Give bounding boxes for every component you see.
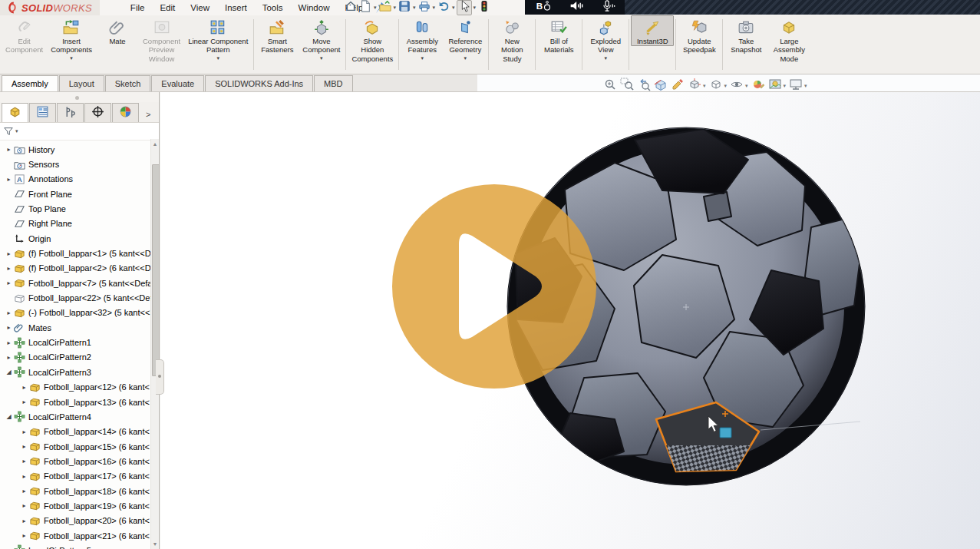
instant3d-button[interactable]: Instant3D (631, 15, 674, 46)
panel-tab-configurationmanager[interactable] (57, 103, 84, 122)
show-hidden-components-button[interactable]: ShowHiddenComponents (348, 15, 397, 63)
tree-item[interactable]: ▸LocalCirPattern2 (0, 350, 150, 365)
tree-item[interactable]: ▸Fotboll_lappar<20> (6 kant< (0, 514, 150, 528)
tree-item[interactable]: ◢LocalCirPattern3 (0, 365, 150, 379)
collapsed-arrow[interactable]: ▸ (19, 502, 29, 509)
collapsed-arrow[interactable]: ▸ (4, 176, 14, 183)
collapsed-arrow[interactable]: ▸ (4, 250, 14, 257)
tree-item[interactable]: ▸(f) Fotboll_lappar<1> (5 kant<<D (0, 246, 150, 260)
tree-item[interactable]: ▸Fotboll_lappar<18> (6 kant< (0, 484, 150, 498)
new-doc-button[interactable] (358, 1, 372, 15)
home-button[interactable] (344, 1, 358, 15)
menu-insert[interactable]: Insert (217, 0, 255, 15)
tab-evaluate[interactable]: Evaluate (151, 75, 204, 91)
tree-item[interactable]: ▸LocalCirPattern5 (0, 543, 150, 549)
speaker-icon[interactable] (569, 0, 585, 15)
collapsed-arrow[interactable]: ▸ (4, 279, 14, 286)
menu-file[interactable]: File (123, 0, 153, 15)
tree-item[interactable]: ▸AAnnotations (0, 172, 150, 187)
linear-component-pattern-button[interactable]: Linear ComponentPattern▾ (184, 15, 252, 61)
dropdown-caret[interactable]: ▾ (433, 5, 436, 11)
collapsed-arrow[interactable]: ▸ (19, 473, 29, 480)
mate-button[interactable]: Mate (96, 15, 139, 45)
dropdown-caret[interactable]: ▾ (464, 55, 467, 61)
dropdown-caret[interactable]: ▾ (784, 83, 787, 89)
dropdown-caret[interactable]: ▾ (724, 83, 728, 89)
collapsed-arrow[interactable]: ▸ (4, 354, 14, 361)
selection-handle[interactable] (720, 428, 731, 438)
tree-item[interactable]: ▸(f) Fotboll_lappar<2> (6 kant<<D (0, 261, 150, 276)
insert-components-button[interactable]: InsertComponents▾ (47, 15, 96, 61)
tree-item[interactable]: ▸Fotboll_lappar<16> (6 kant< (0, 454, 150, 468)
scrollbar-up-arrow[interactable]: ▲ (151, 139, 159, 149)
recorder-logo-icon[interactable]: B (536, 0, 553, 15)
traffic-light-button[interactable] (477, 1, 491, 15)
tree-item[interactable]: ▸Fotboll_lappar<12> (6 kant< (0, 380, 150, 395)
dropdown-caret[interactable]: ▾ (605, 55, 608, 61)
collapsed-arrow[interactable]: ▸ (4, 265, 14, 272)
assembly-features-button[interactable]: AssemblyFeatures▾ (401, 15, 444, 61)
collapsed-arrow[interactable]: ▸ (19, 428, 29, 435)
collapsed-arrow[interactable]: ▸ (19, 488, 29, 494)
menu-edit[interactable]: Edit (152, 0, 183, 15)
dropdown-caret[interactable]: ▾ (70, 55, 73, 61)
collapsed-arrow[interactable]: ▸ (19, 532, 29, 539)
tree-item[interactable]: Origin (0, 231, 150, 246)
dropdown-caret[interactable]: ▾ (374, 5, 377, 11)
move-component-button[interactable]: MoveComponent▾ (299, 15, 344, 61)
smart-fasteners-button[interactable]: SmartFasteners (256, 15, 299, 55)
menu-view[interactable]: View (183, 0, 217, 15)
tab-mbd[interactable]: MBD (314, 75, 352, 91)
menu-tools[interactable]: Tools (255, 0, 291, 15)
tree-item[interactable]: Front Plane (0, 187, 150, 201)
collapsed-arrow[interactable]: ▸ (19, 518, 29, 524)
tree-item[interactable]: Top Plane (0, 201, 150, 216)
panel-tab-propertymanager[interactable] (29, 103, 56, 122)
panel-tab-featuremanager[interactable] (2, 103, 28, 122)
microphone-icon[interactable] (602, 0, 617, 15)
tree-item[interactable]: ▸Mates (0, 320, 150, 335)
dropdown-caret[interactable]: ▾ (320, 55, 323, 61)
dropdown-caret[interactable]: ▾ (394, 5, 397, 11)
dropdown-caret[interactable]: ▾ (413, 5, 416, 11)
tree-item[interactable]: ▸Fotboll_lappar<7> (5 kant<<Defa (0, 276, 150, 290)
tree-item[interactable]: ◢LocalCirPattern4 (0, 409, 150, 424)
filter-funnel-icon[interactable] (3, 126, 14, 137)
tree-item[interactable]: ▸Fotboll_lappar<15> (6 kant< (0, 439, 150, 454)
print-button[interactable] (417, 1, 431, 15)
soccer-ball-model[interactable] (160, 92, 980, 549)
tree-item[interactable]: ▸LocalCirPattern1 (0, 335, 150, 349)
video-play-overlay[interactable] (392, 184, 596, 389)
menu-window[interactable]: Window (291, 0, 338, 15)
tree-scrollbar[interactable]: ▲ ▼ (150, 139, 159, 549)
panel-vertical-splitter[interactable] (156, 359, 164, 395)
panel-horizontal-splitter[interactable] (0, 92, 159, 102)
tree-item[interactable]: Right Plane (0, 217, 150, 231)
dropdown-caret[interactable]: ▾ (216, 55, 219, 61)
panel-tabs-expand[interactable]: > (146, 110, 150, 122)
tab-layout[interactable]: Layout (59, 75, 104, 91)
collapsed-arrow[interactable]: ▸ (4, 324, 14, 331)
dropdown-caret[interactable]: ▾ (452, 5, 455, 11)
undo-button[interactable] (437, 1, 450, 15)
tree-item[interactable]: ▸Fotboll_lappar<13> (6 kant< (0, 395, 150, 409)
collapsed-arrow[interactable]: ▸ (19, 443, 29, 450)
large-assembly-mode-button[interactable]: LargeAssemblyMode (767, 15, 810, 63)
panel-tab-displaymanager[interactable] (112, 103, 139, 122)
exploded-view-button[interactable]: ExplodedView▾ (584, 15, 627, 61)
save-button[interactable] (398, 1, 411, 15)
filter-dropdown-caret[interactable]: ▾ (15, 128, 18, 134)
collapsed-arrow[interactable]: ▸ (19, 399, 29, 405)
graphics-viewport[interactable] (160, 92, 980, 549)
dropdown-caret[interactable]: ▾ (474, 5, 477, 11)
select-cursor-button[interactable] (457, 0, 472, 15)
tree-item[interactable]: Sensors (0, 157, 150, 171)
update-speedpak-button[interactable]: UpdateSpeedpak (678, 15, 721, 55)
tree-item[interactable]: ▸Fotboll_lappar<19> (6 kant< (0, 498, 150, 513)
dropdown-caret[interactable]: ▾ (745, 83, 748, 89)
dropdown-caret[interactable]: ▾ (703, 83, 706, 89)
tree-item[interactable]: Fotboll_lappar<22> (5 kant<<Def (0, 290, 150, 305)
tab-solidworks-add-ins[interactable]: SOLIDWORKS Add-Ins (205, 75, 313, 91)
expanded-arrow[interactable]: ◢ (4, 369, 14, 375)
tree-item[interactable]: ▸Fotboll_lappar<17> (6 kant< (0, 469, 150, 484)
